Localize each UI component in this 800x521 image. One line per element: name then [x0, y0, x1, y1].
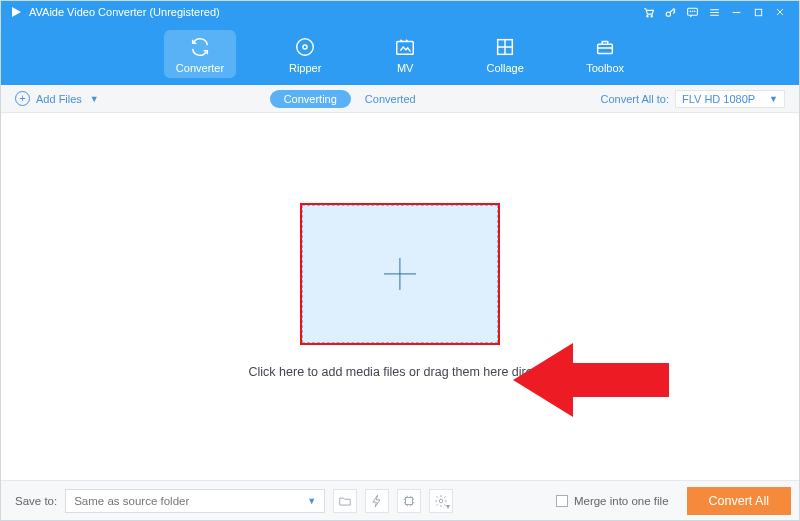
- chevron-down-icon: ▾: [446, 502, 450, 511]
- svg-point-2: [651, 15, 652, 16]
- nav-converter[interactable]: Converter: [164, 30, 236, 78]
- format-select[interactable]: FLV HD 1080P ▼: [675, 90, 785, 108]
- close-icon[interactable]: [769, 1, 791, 23]
- main-area: Click here to add media files or drag th…: [1, 113, 799, 480]
- toolbox-icon: [594, 36, 616, 58]
- ripper-icon: [294, 36, 316, 58]
- save-to-value: Same as source folder: [74, 495, 189, 507]
- chevron-down-icon: ▼: [769, 94, 778, 104]
- svg-point-6: [692, 11, 693, 12]
- main-nav: Converter Ripper MV Collage Toolbox: [1, 23, 799, 85]
- cart-icon[interactable]: [637, 1, 659, 23]
- tab-converting[interactable]: Converting: [270, 90, 351, 108]
- convert-target: Convert All to: FLV HD 1080P ▼: [601, 90, 785, 108]
- title-bar: AVAide Video Converter (Unregistered): [1, 1, 799, 23]
- svg-marker-14: [513, 343, 669, 417]
- convert-all-to-label: Convert All to:: [601, 93, 669, 105]
- tab-converted[interactable]: Converted: [351, 90, 430, 108]
- key-icon[interactable]: [659, 1, 681, 23]
- mv-icon: [394, 36, 416, 58]
- nav-label: Collage: [486, 62, 523, 74]
- svg-point-5: [690, 11, 691, 12]
- menu-icon[interactable]: [703, 1, 725, 23]
- minimize-icon[interactable]: [725, 1, 747, 23]
- svg-rect-8: [755, 9, 761, 15]
- app-logo-icon: [9, 5, 23, 19]
- svg-point-9: [297, 39, 314, 56]
- convert-all-button[interactable]: Convert All: [687, 487, 791, 515]
- svg-point-7: [694, 11, 695, 12]
- chevron-down-icon: ▼: [307, 496, 316, 506]
- app-window: AVAide Video Converter (Unregistered): [0, 0, 800, 521]
- nav-toolbox[interactable]: Toolbox: [574, 30, 636, 78]
- dropzone-hint: Click here to add media files or drag th…: [249, 365, 552, 379]
- svg-point-1: [646, 15, 647, 16]
- gpu-accel-button[interactable]: [397, 489, 421, 513]
- nav-collage[interactable]: Collage: [474, 30, 536, 78]
- app-title: AVAide Video Converter (Unregistered): [29, 6, 220, 18]
- save-to-label: Save to:: [15, 495, 57, 507]
- checkbox-box-icon: [556, 495, 568, 507]
- format-selected-value: FLV HD 1080P: [682, 93, 755, 105]
- feedback-icon[interactable]: [681, 1, 703, 23]
- nav-label: Ripper: [289, 62, 321, 74]
- status-tabs: Converting Converted: [270, 90, 430, 108]
- converter-icon: [189, 36, 211, 58]
- nav-label: Toolbox: [586, 62, 624, 74]
- add-media-dropzone[interactable]: [302, 205, 498, 343]
- nav-mv[interactable]: MV: [374, 30, 436, 78]
- svg-point-10: [303, 45, 307, 49]
- maximize-icon[interactable]: [747, 1, 769, 23]
- merge-label: Merge into one file: [574, 495, 669, 507]
- save-to-select[interactable]: Same as source folder ▼: [65, 489, 325, 513]
- svg-rect-13: [598, 44, 613, 53]
- settings-button[interactable]: ▾: [429, 489, 453, 513]
- bottom-bar: Save to: Same as source folder ▼ ▾ Merge…: [1, 480, 799, 520]
- plus-circle-icon: +: [15, 91, 30, 106]
- collage-icon: [494, 36, 516, 58]
- svg-rect-15: [406, 497, 413, 504]
- merge-checkbox[interactable]: Merge into one file: [556, 495, 669, 507]
- svg-marker-0: [12, 7, 21, 17]
- chevron-down-icon: ▼: [90, 94, 99, 104]
- annotation-arrow-icon: [513, 339, 669, 421]
- nav-label: MV: [397, 62, 414, 74]
- plus-icon: [384, 258, 416, 290]
- add-files-label: Add Files: [36, 93, 82, 105]
- svg-point-16: [439, 499, 443, 503]
- open-folder-button[interactable]: [333, 489, 357, 513]
- nav-ripper[interactable]: Ripper: [274, 30, 336, 78]
- high-speed-button[interactable]: [365, 489, 389, 513]
- svg-point-3: [666, 11, 670, 15]
- toolbar: + Add Files ▼ Converting Converted Conve…: [1, 85, 799, 113]
- add-files-button[interactable]: + Add Files ▼: [15, 91, 99, 106]
- nav-label: Converter: [176, 62, 224, 74]
